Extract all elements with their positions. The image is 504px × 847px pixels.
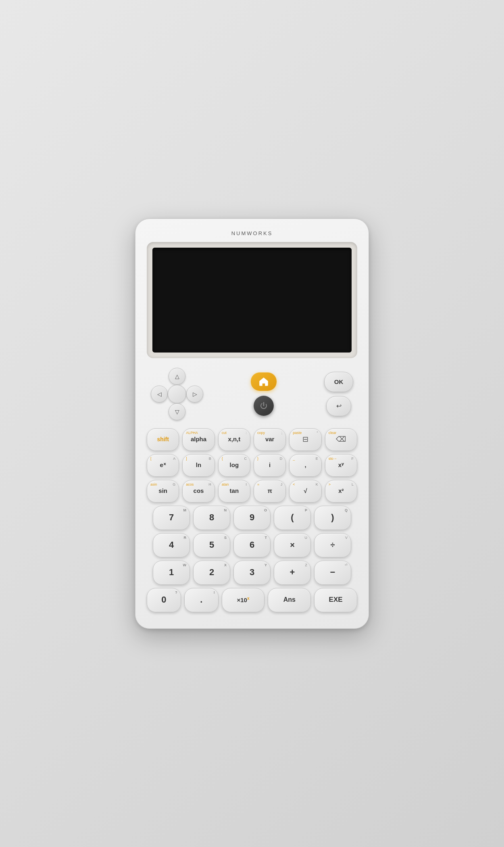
ln-key[interactable]: ] B ln	[182, 454, 215, 477]
key-0[interactable]: ? 0	[147, 588, 181, 612]
key-dot[interactable]: ! .	[184, 588, 219, 612]
power-button[interactable]	[254, 396, 274, 416]
var-key[interactable]: copy ; var	[254, 428, 286, 451]
key-row-6: W 1 X 2 Y 3 Z + ⏎ −	[147, 561, 357, 585]
dpad-down-button[interactable]: ▽	[169, 403, 185, 420]
key-divide[interactable]: V ÷	[314, 533, 351, 557]
home-button[interactable]	[251, 372, 277, 391]
key-row-4: M 7 N 8 O 9 P ( Q )	[147, 506, 357, 530]
x2-key[interactable]: > L x²	[325, 480, 357, 503]
nav-section: △ ◁ ▷ ▽ OK	[147, 368, 357, 420]
tan-key[interactable]: atan I tan	[218, 480, 250, 503]
ok-button[interactable]: OK	[324, 372, 353, 392]
exp-key[interactable]: [ A eˣ	[147, 454, 179, 477]
key-row-5: R 4 S 5 T 6 U × V ÷	[147, 533, 357, 557]
log-key[interactable]: { C log	[218, 454, 250, 477]
key-7[interactable]: M 7	[153, 506, 190, 530]
screen-container	[147, 242, 357, 358]
key-4[interactable]: R 4	[153, 533, 190, 557]
key-close-paren[interactable]: Q )	[314, 506, 351, 530]
dpad-left-button[interactable]: ◁	[151, 386, 168, 403]
dpad: △ ◁ ▷ ▽	[151, 368, 203, 420]
key-8[interactable]: N 8	[193, 506, 230, 530]
key-row-7: ? 0 ! . ×10x Ans EXE	[147, 588, 357, 612]
sin-key[interactable]: asin G sin	[147, 480, 179, 503]
calculator-body: NUMWORKS △ ◁ ▷ ▽	[135, 219, 369, 629]
dpad-center	[168, 385, 186, 403]
brand-label: NUMWORKS	[147, 230, 357, 236]
key-open-paren[interactable]: P (	[274, 506, 311, 530]
key-row-1: shift ALPHA alpha cut : x,n,t copy ; var…	[147, 428, 357, 451]
key-minus[interactable]: ⏎ −	[314, 561, 351, 585]
shift-key[interactable]: shift	[147, 428, 179, 451]
keypad: shift ALPHA alpha cut : x,n,t copy ; var…	[147, 428, 357, 612]
key-row-3: asin G sin acos H cos atan I tan = J π <	[147, 480, 357, 503]
dpad-up-button[interactable]: △	[169, 368, 185, 385]
key-2[interactable]: X 2	[193, 561, 230, 585]
key-row-2: [ A eˣ ] B ln { C log } D i _ E	[147, 454, 357, 477]
calculator-screen	[152, 248, 352, 353]
alpha-key[interactable]: ALPHA alpha	[182, 428, 215, 451]
key-plus[interactable]: Z +	[274, 561, 311, 585]
pi-key[interactable]: = J π	[254, 480, 286, 503]
i-key[interactable]: } D i	[254, 454, 286, 477]
key-5[interactable]: S 5	[193, 533, 230, 557]
power-y-key[interactable]: sto→ F xʸ	[325, 454, 357, 477]
cos-key[interactable]: acos H cos	[182, 480, 215, 503]
key-multiply[interactable]: U ×	[274, 533, 311, 557]
key-6[interactable]: T 6	[233, 533, 271, 557]
sqrt-key[interactable]: < K √	[289, 480, 321, 503]
key-1[interactable]: W 1	[153, 561, 190, 585]
xnt-key[interactable]: cut : x,n,t	[218, 428, 250, 451]
comma-key[interactable]: _ E ,	[289, 454, 321, 477]
key-9[interactable]: O 9	[233, 506, 271, 530]
paste-key[interactable]: paste " ⊟	[289, 428, 321, 451]
key-times10x[interactable]: ×10x	[222, 588, 265, 612]
clear-key[interactable]: clear ⌫	[325, 428, 357, 451]
dpad-right-button[interactable]: ▷	[186, 386, 203, 403]
key-3[interactable]: Y 3	[233, 561, 271, 585]
back-button[interactable]: ↩	[326, 396, 351, 416]
key-ans[interactable]: Ans	[268, 588, 311, 612]
ok-back-group: OK ↩	[324, 372, 353, 416]
key-exe[interactable]: EXE	[314, 588, 357, 612]
home-power-group	[251, 372, 277, 416]
